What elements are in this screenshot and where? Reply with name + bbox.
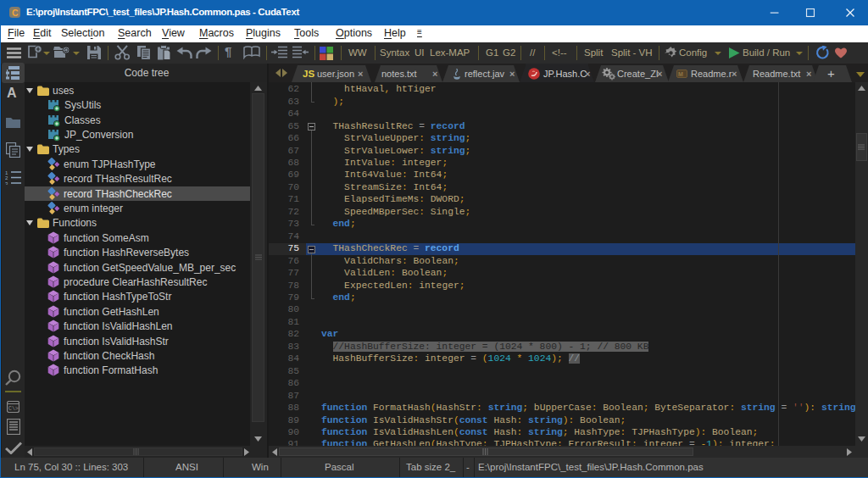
svg-text:C\>: C\>: [8, 406, 19, 412]
svg-text:2: 2: [5, 175, 8, 181]
svg-text:M: M: [678, 71, 683, 77]
svg-text:3: 3: [5, 181, 8, 186]
svg-text:1: 1: [5, 170, 8, 175]
